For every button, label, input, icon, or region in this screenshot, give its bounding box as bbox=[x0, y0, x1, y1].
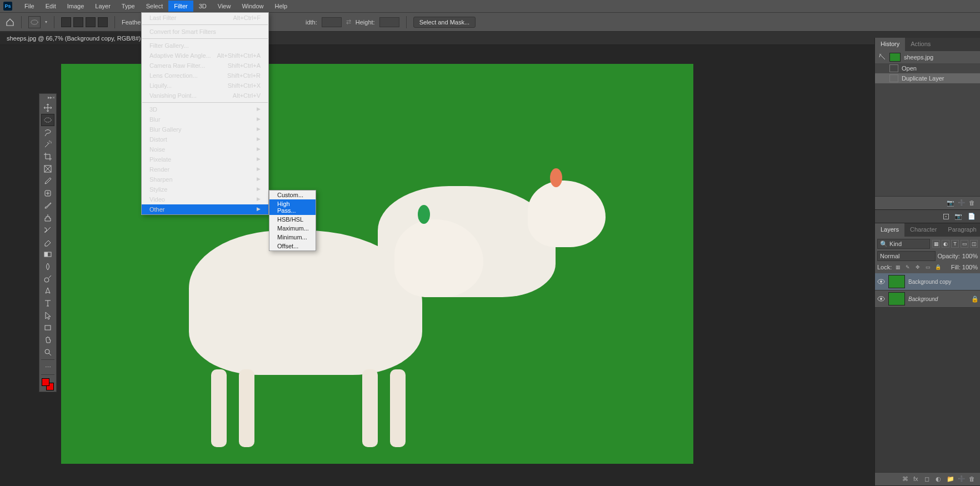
menu-image[interactable]: Image bbox=[62, 1, 90, 12]
filter-menu-item[interactable]: Render▶ bbox=[142, 164, 268, 174]
filter-type-icon[interactable]: T bbox=[951, 240, 959, 248]
delete-layer-icon[interactable]: 🗑 bbox=[969, 475, 977, 483]
filter-menu-item[interactable]: Adaptive Wide Angle...Alt+Shift+Ctrl+A bbox=[142, 51, 268, 61]
add-selection-icon[interactable] bbox=[73, 17, 83, 27]
menu-file[interactable]: File bbox=[19, 1, 40, 12]
layer-style-icon[interactable]: fx bbox=[913, 475, 921, 483]
tab-actions[interactable]: Actions bbox=[905, 38, 936, 51]
filter-menu-item[interactable]: Filter Gallery... bbox=[142, 41, 268, 51]
device-preview-icon[interactable]: 📷 bbox=[954, 213, 962, 220]
layer-visibility-icon[interactable] bbox=[877, 295, 885, 303]
filter-other-item[interactable]: High Pass... bbox=[269, 199, 316, 215]
tool-lasso[interactable] bbox=[41, 126, 54, 138]
intersect-selection-icon[interactable] bbox=[98, 17, 108, 27]
link-layers-icon[interactable]: ⌘ bbox=[902, 475, 910, 483]
filter-other-item[interactable]: Custom... bbox=[269, 191, 316, 199]
filter-menu-item[interactable]: Blur Gallery▶ bbox=[142, 124, 268, 134]
layer-visibility-icon[interactable] bbox=[877, 278, 885, 285]
tool-eyedropper[interactable] bbox=[41, 175, 54, 187]
lock-pixels-icon[interactable]: ✎ bbox=[904, 263, 912, 271]
filter-adjust-icon[interactable]: ◐ bbox=[942, 240, 949, 248]
notes-icon[interactable]: 📄 bbox=[968, 213, 976, 220]
subtract-selection-icon[interactable] bbox=[86, 17, 96, 27]
tool-move[interactable] bbox=[41, 102, 54, 114]
filter-menu-item[interactable]: Other▶ bbox=[142, 204, 268, 214]
tool-rectangle[interactable] bbox=[41, 322, 54, 334]
tool-blur[interactable] bbox=[41, 260, 54, 273]
menu-edit[interactable]: Edit bbox=[40, 1, 62, 12]
opacity-value[interactable]: 100% bbox=[962, 253, 978, 259]
lock-artboard-icon[interactable]: ▭ bbox=[924, 263, 932, 271]
group-icon[interactable]: 📁 bbox=[947, 475, 954, 483]
tool-hand[interactable] bbox=[41, 334, 54, 346]
menu-help[interactable]: Help bbox=[269, 1, 293, 12]
fill-value[interactable]: 100% bbox=[962, 264, 978, 270]
menu-select[interactable]: Select bbox=[141, 1, 169, 12]
swap-dimensions-icon[interactable]: ⇄ bbox=[346, 18, 351, 26]
filter-menu-item[interactable]: Blur▶ bbox=[142, 114, 268, 124]
blend-mode-select[interactable]: Normal bbox=[877, 251, 936, 261]
lock-position-icon[interactable]: ✥ bbox=[914, 263, 922, 271]
filter-menu-item[interactable]: Last FilterAlt+Ctrl+F bbox=[142, 13, 268, 23]
tool-eraser[interactable] bbox=[41, 236, 54, 248]
tool-gradient[interactable] bbox=[41, 248, 54, 260]
menu-type[interactable]: Type bbox=[116, 1, 141, 12]
filter-other-item[interactable]: Maximum... bbox=[269, 224, 316, 233]
menu-filter[interactable]: Filter bbox=[168, 1, 193, 12]
height-input[interactable] bbox=[379, 17, 399, 27]
layer-item[interactable]: Background🔒 bbox=[875, 290, 980, 308]
tool-wand[interactable] bbox=[41, 138, 54, 151]
filter-other-item[interactable]: HSB/HSL bbox=[269, 215, 316, 224]
tool-brush[interactable] bbox=[41, 199, 54, 212]
new-snapshot-icon[interactable]: ➕ bbox=[958, 199, 966, 207]
tool-pen[interactable] bbox=[41, 285, 54, 297]
camera-icon[interactable]: 📷 bbox=[947, 199, 954, 207]
tool-history-brush[interactable] bbox=[41, 224, 54, 236]
color-swatches[interactable] bbox=[42, 378, 54, 390]
tool-clone[interactable] bbox=[41, 212, 54, 224]
lock-transparent-icon[interactable]: ▦ bbox=[894, 263, 902, 271]
filter-menu-item[interactable]: Liquify...Shift+Ctrl+X bbox=[142, 81, 268, 91]
filter-shape-icon[interactable]: ▭ bbox=[961, 240, 968, 248]
new-layer-icon[interactable]: ➕ bbox=[958, 475, 966, 483]
menu-layer[interactable]: Layer bbox=[89, 1, 116, 12]
history-step[interactable]: Duplicate Layer bbox=[875, 73, 980, 83]
filter-menu-item[interactable]: Camera Raw Filter...Shift+Ctrl+A bbox=[142, 61, 268, 71]
tab-character[interactable]: Character bbox=[904, 223, 942, 237]
history-source-row[interactable]: sheeps.jpg bbox=[875, 51, 980, 63]
filter-menu-item[interactable]: Stylize▶ bbox=[142, 184, 268, 194]
filter-other-item[interactable]: Offset... bbox=[269, 242, 316, 250]
width-input[interactable] bbox=[322, 17, 342, 27]
tool-crop[interactable] bbox=[41, 151, 54, 163]
tool-marquee[interactable] bbox=[41, 114, 54, 126]
filter-menu-item[interactable]: Convert for Smart Filters bbox=[142, 27, 268, 37]
history-brush-source-icon[interactable] bbox=[878, 53, 886, 62]
filter-menu-item[interactable]: Distort▶ bbox=[142, 134, 268, 144]
layer-filter-select[interactable]: 🔍 Kind bbox=[877, 239, 930, 249]
filter-menu-item[interactable]: Vanishing Point...Alt+Ctrl+V bbox=[142, 91, 268, 101]
tool-path-select[interactable] bbox=[41, 309, 54, 322]
home-icon[interactable] bbox=[6, 18, 14, 27]
new-selection-icon[interactable] bbox=[61, 17, 71, 27]
filter-menu-item[interactable]: Pixelate▶ bbox=[142, 154, 268, 164]
layer-item[interactable]: Background copy bbox=[875, 273, 980, 290]
menu-window[interactable]: Window bbox=[236, 1, 269, 12]
tab-layers[interactable]: Layers bbox=[875, 223, 904, 237]
tab-history[interactable]: History bbox=[875, 38, 905, 51]
filter-other-item[interactable]: Minimum... bbox=[269, 233, 316, 242]
tool-preset-picker[interactable] bbox=[28, 16, 41, 28]
tool-healing[interactable] bbox=[41, 187, 54, 199]
filter-menu-item[interactable]: Video▶ bbox=[142, 194, 268, 204]
layer-mask-icon[interactable]: ◻ bbox=[924, 475, 932, 483]
menu-3d[interactable]: 3D bbox=[193, 1, 212, 12]
edit-toolbar-icon[interactable]: ⋯ bbox=[41, 361, 54, 373]
filter-menu-item[interactable]: Sharpen▶ bbox=[142, 174, 268, 184]
history-step[interactable]: Open bbox=[875, 63, 980, 73]
tool-zoom[interactable] bbox=[41, 346, 54, 358]
filter-pixel-icon[interactable]: ▦ bbox=[932, 240, 940, 248]
tool-frame[interactable] bbox=[41, 163, 54, 175]
foreground-color[interactable] bbox=[42, 378, 49, 386]
tool-type[interactable] bbox=[41, 297, 54, 309]
filter-menu-item[interactable]: Noise▶ bbox=[142, 144, 268, 154]
tool-dodge[interactable] bbox=[41, 273, 54, 285]
